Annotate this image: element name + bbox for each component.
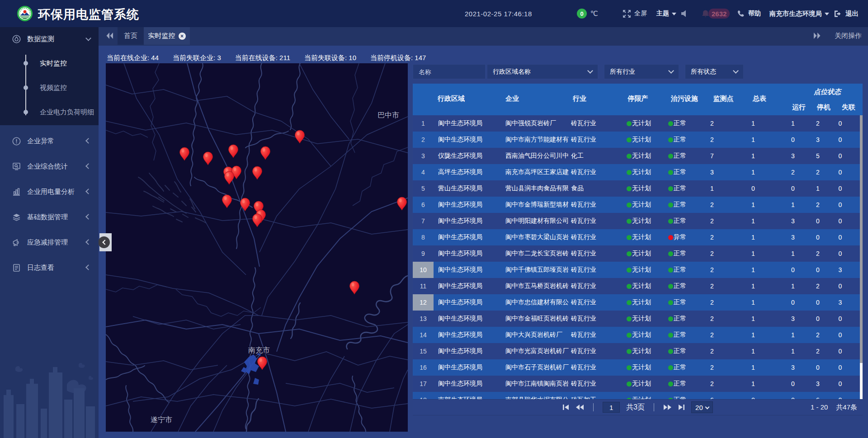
sidebar-item-log-view[interactable]: 日志查看 (0, 255, 99, 280)
map-marker-pin[interactable] (295, 130, 305, 143)
column-header-industry[interactable]: 行业 (573, 94, 586, 103)
column-header-points[interactable]: 监测点 (713, 94, 734, 103)
region-filter-select[interactable]: 行政区域名称 (487, 64, 598, 79)
tab-close-icon[interactable]: × (179, 33, 186, 40)
pager-next-icon[interactable] (663, 404, 672, 410)
sidebar-item-power-load-detail[interactable]: 企业电力负荷明细 (0, 100, 99, 124)
column-header-region[interactable]: 行政区域 (438, 94, 465, 103)
column-header-stop[interactable]: 停机 (817, 103, 830, 112)
app-header: 环保用电监管系统 2021-02-25 17:46:18 0 ℃ 全屏 主题 2… (0, 0, 868, 27)
help-button[interactable]: 帮助 (737, 0, 761, 27)
table-row[interactable]: 1 阆中生态环境局 阆中强锐页岩砖厂 砖瓦行业 无计划 正常 2 1 1 2 0 (413, 115, 863, 132)
sidebar-item-power-analysis[interactable]: 企业用电量分析 (0, 179, 99, 204)
table-scrollbar[interactable] (860, 115, 863, 399)
column-header-limit[interactable]: 停限产 (628, 94, 648, 103)
table-row[interactable]: 7 阆中生态环境局 阆中明阳建材有限公司 砖瓦行业 无计划 正常 2 1 3 0… (413, 213, 863, 229)
notification-count-badge[interactable]: 2632 (708, 9, 730, 19)
sidebar-item-emergency-reduction[interactable]: 应急减排管理 (0, 230, 99, 255)
page-number-input[interactable] (603, 402, 620, 413)
sidebar-item-video-monitoring[interactable]: 视频监控 (0, 75, 99, 100)
scrollbar-thumb[interactable] (860, 115, 863, 363)
page-size-select[interactable]: 20 (691, 401, 713, 413)
pager-last-icon[interactable] (678, 404, 685, 410)
table-row[interactable]: 14 阆中生态环境局 阆中大兴页岩机砖厂 砖瓦行业 无计划 正常 2 1 1 2… (413, 327, 863, 343)
column-header-meter[interactable]: 总表 (753, 94, 766, 103)
tabs-scroll-right-icon[interactable] (813, 32, 821, 39)
cell-points: 2 (689, 278, 736, 294)
table-row[interactable]: 11 阆中生态环境局 阆中市五马桥页岩机砖 砖瓦行业 无计划 正常 2 1 1 … (413, 278, 863, 294)
chevron-left-icon (85, 188, 91, 194)
map-city-label: 巴中市 (377, 111, 399, 119)
industry-filter-select[interactable]: 所有行业 (604, 64, 679, 79)
map-marker-pin[interactable] (203, 152, 213, 165)
column-header-facility[interactable]: 治污设施 (671, 94, 698, 103)
mute-button[interactable] (680, 0, 689, 27)
cell-company: 西南油气田分公司川中 (501, 148, 570, 164)
cell-region: 仪陇生态环境局 (434, 148, 501, 164)
table-row[interactable]: 18 南部生态环境局 南部县瑞华水泥有限公 砖瓦加工 无计划 正常 6 0 0 … (413, 392, 863, 399)
cell-run: 2 (771, 164, 815, 180)
map-marker-pin[interactable] (241, 198, 250, 211)
cell-stop: 0 (815, 311, 821, 327)
map[interactable]: 巴中市南充市遂宁市 (106, 63, 408, 432)
sidebar-item-data-monitoring[interactable]: 数据监测 (0, 27, 99, 51)
map-marker-pin[interactable] (253, 166, 262, 179)
table-row[interactable]: 2 阆中生态环境局 阆中市南方节能建材有 砖瓦行业 无计划 正常 2 1 0 3… (413, 132, 863, 148)
table-row[interactable]: 5 营山生态环境局 营山县润丰肉食品有限 食品 无计划 正常 1 0 0 1 0 (413, 180, 863, 197)
sidebar-item-realtime-monitoring[interactable]: 实时监控 (0, 51, 99, 75)
map-marker-pin[interactable] (397, 197, 407, 210)
table-row[interactable]: 15 阆中生态环境局 阆中市光富页岩机砖厂 砖瓦行业 无计划 正常 2 1 1 … (413, 343, 863, 359)
cell-points: 2 (689, 359, 736, 376)
column-header-lost[interactable]: 失联 (842, 103, 855, 112)
table-row[interactable]: 4 高坪生态环境局 南充市高坪区王家店建 砖瓦行业 无计划 正常 3 1 2 2… (413, 164, 863, 180)
sidebar-item-company-abnormal[interactable]: 企业异常 (0, 128, 99, 154)
status-filter-select[interactable]: 所有状态 (685, 64, 744, 79)
tab-realtime-monitoring[interactable]: 实时监控 × (144, 27, 190, 45)
table-row[interactable]: 13 阆中生态环境局 阆中市金福旺页岩机砖 砖瓦行业 无计划 正常 2 1 3 … (413, 311, 863, 327)
table-row[interactable]: 8 阆中生态环境局 阆中市枣碧大梁山页岩 砖瓦行业 无计划 异常 2 1 3 0… (413, 229, 863, 245)
cell-region: 阆中生态环境局 (434, 278, 501, 294)
map-marker-pin[interactable] (229, 145, 238, 158)
fullscreen-button[interactable]: 全屏 (623, 0, 647, 27)
cell-industry: 化工 (570, 148, 612, 164)
chevron-down-icon (825, 13, 829, 15)
table-row[interactable]: 16 阆中生态环境局 阆中市石子页岩机砖厂 砖瓦行业 无计划 正常 2 1 3 … (413, 359, 863, 376)
status-dot (627, 219, 632, 224)
name-filter-input[interactable] (419, 68, 480, 75)
map-marker-pin[interactable] (350, 281, 359, 294)
pager-separator (654, 403, 654, 411)
table-row[interactable]: 17 阆中生态环境局 阆中市江南镇阆南页岩 砖瓦行业 无计划 正常 2 1 0 … (413, 376, 863, 392)
cell-index: 1 (413, 115, 434, 132)
status-dot (627, 170, 632, 175)
column-header-run[interactable]: 运行 (792, 103, 806, 112)
tabs-scroll-left-icon[interactable] (106, 32, 114, 39)
map-city-label: 遂宁市 (151, 416, 172, 424)
panel-collapse-handle[interactable] (99, 233, 112, 251)
cell-industry: 砖瓦行业 (570, 343, 612, 359)
cell-stop: 2 (815, 343, 821, 359)
table-row[interactable]: 9 阆中生态环境局 阆中市二龙长宝页岩砖 砖瓦行业 无计划 正常 2 1 1 2… (413, 245, 863, 262)
map-marker-pin[interactable] (261, 146, 270, 160)
table-row[interactable]: 6 阆中生态环境局 阆中市金博瑞新型墙材 砖瓦行业 无计划 正常 2 1 1 2… (413, 197, 863, 213)
sidebar-item-company-statistics[interactable]: 企业综合统计 (0, 154, 99, 179)
column-header-company[interactable]: 企业 (505, 94, 519, 103)
sidebar-item-base-data[interactable]: 基础数据管理 (0, 204, 99, 230)
cell-region: 阆中生态环境局 (434, 343, 501, 359)
map-marker-pin[interactable] (258, 357, 267, 370)
map-marker-pin[interactable] (222, 195, 232, 208)
table-row[interactable]: 10 阆中生态环境局 阆中千佛镇五郎垭页岩 砖瓦行业 无计划 正常 2 1 0 … (413, 262, 863, 278)
pager-first-icon[interactable] (562, 404, 569, 410)
theme-dropdown[interactable]: 主题 (656, 0, 676, 27)
map-marker-pin[interactable] (253, 214, 262, 227)
table-row[interactable]: 3 仪陇生态环境局 西南油气田分公司川中 化工 无计划 正常 7 1 3 5 0 (413, 148, 863, 164)
logout-button[interactable]: 退出 (834, 0, 859, 27)
org-dropdown[interactable]: 南充市生态环境局 (769, 0, 829, 27)
table-row[interactable]: 12 阆中生态环境局 阆中市忠信建材有限公 砖瓦行业 无计划 正常 2 1 0 … (413, 294, 863, 311)
tab-home[interactable]: 首页 (118, 27, 144, 45)
close-operations-button[interactable]: 关闭操作 (835, 27, 862, 45)
status-dot (627, 137, 632, 142)
pager-prev-icon[interactable] (576, 404, 584, 410)
table-body: 1 阆中生态环境局 阆中强锐页岩砖厂 砖瓦行业 无计划 正常 2 1 1 2 0… (413, 115, 863, 399)
map-marker-pin[interactable] (180, 147, 189, 160)
status-dot (627, 251, 632, 256)
